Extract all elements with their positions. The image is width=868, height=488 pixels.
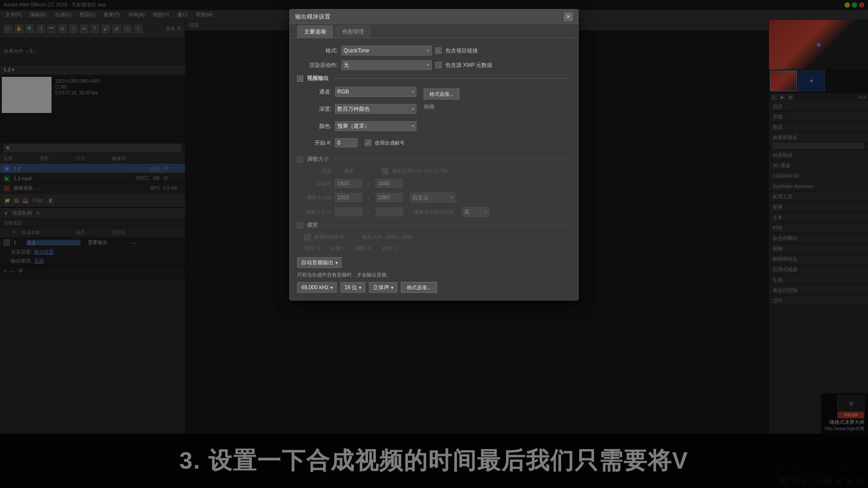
audio-sample-rate: 48,000 kHz	[301, 284, 329, 291]
resize-height-label: 高度	[344, 168, 371, 174]
resize-divider	[332, 159, 571, 160]
audio-header: 自动音频输出 ▾	[297, 257, 571, 268]
audio-format-options-btn[interactable]: 格式选项...	[401, 282, 437, 293]
crop-values-row: 顶部: 0 左侧 0 底部: 0 右侧 0	[304, 245, 571, 252]
resize-section-header: 调整大小	[297, 155, 571, 163]
modal-tabs: 主要选项 色彩管理	[290, 24, 578, 38]
depth-row: 深度: 数百万种颜色 ▾	[304, 104, 416, 114]
post-render-row: 渲染后动作: 无 ▾ 包含源 XMP 元数据	[297, 60, 571, 70]
audio-bit-depth-dropdown[interactable]: 16 位 ▾	[340, 282, 366, 293]
after-resize-value: 高	[464, 208, 470, 216]
resize-inner: 宽度 高度 锁定长宽比为 16:9 (1.78) 渲染在 x 调整大小到	[304, 168, 571, 217]
modal-body: 格式: QuickTime ▾ 包含项目链接 渲染后动作: 无 ▾ 包含源 XM…	[290, 38, 578, 300]
format-arrow-icon: ▾	[427, 48, 429, 53]
auto-audio-label: 自动音频输出	[301, 259, 334, 267]
format-row: 格式: QuickTime ▾ 包含项目链接	[297, 46, 571, 56]
channel-value: RGB	[337, 89, 349, 95]
resize-labels-row: 宽度 高度 锁定长宽比为 16:9 (1.78)	[304, 168, 571, 174]
audio-note: 只有当合成中含有音频时，才会输出音频。	[297, 272, 571, 278]
after-resize-label: 调整大小后的品质:	[414, 209, 455, 216]
format-label: 格式:	[297, 47, 338, 55]
modal-titlebar: 输出模块设置 ✕	[290, 9, 578, 24]
render-at-row: 渲染在 x	[304, 179, 571, 188]
start-label: 开始 #:	[304, 139, 331, 147]
start-row: 开始 #: 使用合成帧号	[304, 138, 416, 147]
video-right-col: 格式选项... 动画	[424, 87, 459, 152]
use-comp-checkbox[interactable]	[365, 140, 371, 146]
auto-audio-dropdown[interactable]: 自动音频输出 ▾	[297, 257, 342, 268]
after-resize-select: 高 ▾	[462, 207, 489, 217]
animation-label: 动画	[424, 103, 459, 111]
resize-label: 调整大小	[307, 155, 329, 163]
resize-to-label: 调整大小到	[304, 194, 331, 201]
use-roi-label: 使用目标区域	[314, 234, 344, 240]
format-options-btn[interactable]: 格式选项...	[424, 89, 459, 99]
sample-rate-arrow-icon: ▾	[330, 285, 333, 290]
modal-title: 输出模块设置	[295, 13, 564, 21]
crop-checkbox[interactable]	[297, 222, 303, 229]
crop-section-header: 裁剪	[297, 221, 571, 229]
render-at-x: x	[368, 181, 370, 186]
crop-section: 裁剪 使用目标区域 最后大小: 868 x 488 顶部: 0 左侧 0 底…	[297, 221, 571, 252]
depth-select[interactable]: 数百万种颜色 ▾	[335, 104, 416, 114]
audio-sample-rate-dropdown[interactable]: 48,000 kHz ▾	[297, 282, 337, 293]
color-arrow-icon: ▾	[412, 124, 414, 128]
format-value: QuickTime	[344, 47, 369, 54]
post-render-select[interactable]: 无 ▾	[341, 60, 432, 70]
resize-quality-arrow: ▾	[451, 195, 453, 200]
resize-pct-row: 调整大小 % x 调整大小后的品质: 高 ▾	[304, 207, 571, 217]
post-render-label: 渲染后动作:	[297, 61, 338, 69]
crop-inner: 使用目标区域 最后大小: 868 x 488 顶部: 0 左侧 0 底部: …	[304, 234, 571, 252]
color-row: 颜色: 预乘（遮罩） ▾	[304, 121, 416, 131]
include-project-link-checkbox[interactable]	[435, 47, 442, 54]
top-label: 顶部: 0	[304, 245, 320, 252]
after-resize-arrow: ▾	[485, 210, 487, 214]
final-size-label: 最后大小: 868 x 488	[362, 234, 412, 240]
audio-channels-dropdown[interactable]: 立体声 ▾	[369, 282, 397, 293]
bottom-label: 底部: 0	[355, 245, 371, 252]
render-at-label: 渲染在	[304, 180, 331, 187]
resize-width-label: 宽度	[304, 168, 331, 174]
modal-close-btn[interactable]: ✕	[564, 12, 573, 21]
video-divider	[332, 78, 571, 79]
lock-aspect-checkbox[interactable]	[382, 168, 388, 174]
resize-pct-w	[335, 207, 362, 216]
render-at-width	[335, 179, 362, 188]
channels-arrow-icon: ▾	[391, 285, 393, 290]
channel-select[interactable]: RGB ▾	[335, 87, 416, 97]
tab-main-label: 主要选项	[304, 28, 326, 36]
auto-audio-arrow-icon: ▾	[335, 260, 338, 265]
start-input[interactable]	[335, 138, 358, 147]
resize-pct-x: x	[368, 209, 370, 215]
tab-color-mgmt[interactable]: 色彩管理	[335, 25, 371, 38]
audio-bit-depth: 16 位	[344, 284, 358, 291]
left-label: 左侧 0	[330, 245, 344, 252]
depth-value: 数百万种颜色	[337, 105, 370, 113]
tab-color-label: 色彩管理	[342, 28, 364, 36]
format-select[interactable]: QuickTime ▾	[341, 46, 432, 56]
post-render-arrow-icon: ▾	[427, 63, 429, 67]
video-output-section-header: 视频输出	[297, 75, 571, 82]
lock-aspect-label: 锁定长宽比为 16:9 (1.78)	[392, 168, 447, 174]
resize-checkbox[interactable]	[297, 156, 303, 163]
resize-pct-label: 调整大小 %	[304, 209, 331, 216]
crop-divider	[321, 225, 571, 225]
include-xmp-checkbox[interactable]	[435, 62, 442, 68]
channel-arrow-icon: ▾	[412, 89, 414, 94]
video-output-checkbox[interactable]	[297, 75, 303, 82]
use-comp-label: 使用合成帧号	[375, 140, 405, 146]
video-output-label: 视频输出	[307, 75, 329, 82]
color-label: 颜色:	[304, 122, 331, 130]
channel-row: 通道: RGB ▾	[304, 87, 416, 97]
include-project-link-label: 包含项目链接	[445, 47, 478, 55]
audio-channels: 立体声	[373, 284, 389, 291]
resize-to-width	[335, 193, 362, 202]
resize-to-x: x	[368, 195, 370, 200]
render-at-height	[376, 179, 403, 188]
crop-label: 裁剪	[307, 221, 318, 229]
video-left-col: 通道: RGB ▾ 深度: 数百万种颜色 ▾ 颜	[304, 87, 416, 152]
use-roi-checkbox[interactable]	[304, 234, 311, 240]
color-select[interactable]: 预乘（遮罩） ▾	[335, 121, 416, 131]
tab-main-options[interactable]: 主要选项	[297, 25, 333, 38]
depth-label: 深度:	[304, 105, 331, 113]
